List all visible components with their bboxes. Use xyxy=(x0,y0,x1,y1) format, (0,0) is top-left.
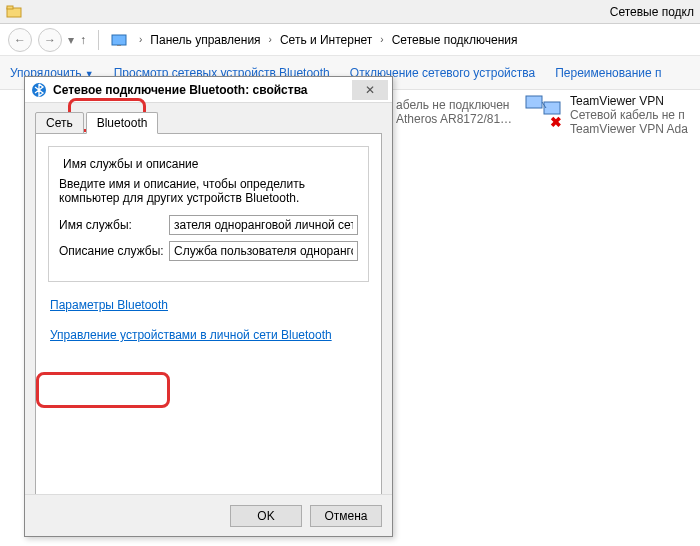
nav-back-button[interactable]: ← xyxy=(8,28,32,52)
svg-rect-2 xyxy=(112,35,126,45)
toolbar-rename[interactable]: Переименование п xyxy=(555,66,661,80)
chevron-right-icon: › xyxy=(380,34,383,45)
service-name-label: Имя службы: xyxy=(59,218,169,232)
dialog-caption: Сетевое подключение Bluetooth: свойства xyxy=(53,83,352,97)
group-header: Имя службы и описание xyxy=(59,157,202,171)
breadcrumb: › Панель управления › Сеть и Интернет › … xyxy=(139,31,521,49)
service-name-row: Имя службы: xyxy=(59,215,358,235)
svg-rect-4 xyxy=(526,96,542,108)
control-panel-icon xyxy=(111,32,127,48)
network-item-status: абель не подключен xyxy=(396,98,512,112)
svg-rect-5 xyxy=(544,102,560,114)
nav-row: ← → ▾ ↑ › Панель управления › Сеть и Инт… xyxy=(0,24,700,56)
chevron-right-icon: › xyxy=(139,34,142,45)
network-item-teamviewer[interactable]: ✖ TeamViewer VPN Сетевой кабель не п Tea… xyxy=(524,94,688,136)
link-bluetooth-params[interactable]: Параметры Bluetooth xyxy=(50,298,168,312)
chevron-right-icon: › xyxy=(269,34,272,45)
service-desc-input[interactable] xyxy=(169,241,358,261)
tab-strip: Сеть Bluetooth xyxy=(35,111,382,133)
ok-button[interactable]: OK xyxy=(230,505,302,527)
disconnected-x-icon: ✖ xyxy=(550,114,562,130)
dialog-titlebar: Сетевое подключение Bluetooth: свойства … xyxy=(25,77,392,103)
network-item-adapter: TeamViewer VPN Ada xyxy=(570,122,688,136)
dialog-body: Сеть Bluetooth Имя службы и описание Вве… xyxy=(25,103,392,494)
tab-network[interactable]: Сеть xyxy=(35,112,84,134)
service-group: Имя службы и описание Введите имя и опис… xyxy=(48,146,369,282)
window-titlebar: Сетевые подкл xyxy=(0,0,700,24)
svg-rect-1 xyxy=(7,6,13,9)
properties-dialog: Сетевое подключение Bluetooth: свойства … xyxy=(24,76,393,537)
group-description: Введите имя и описание, чтобы определить… xyxy=(59,177,358,205)
service-desc-label: Описание службы: xyxy=(59,244,169,258)
nav-separator xyxy=(98,30,99,50)
window-title-text: Сетевые подкл xyxy=(610,5,694,19)
svg-rect-3 xyxy=(117,45,121,46)
nav-dropdown-button[interactable]: ▾ xyxy=(68,33,74,47)
cancel-button[interactable]: Отмена xyxy=(310,505,382,527)
dialog-button-row: OK Отмена xyxy=(25,494,392,536)
breadcrumb-leaf[interactable]: Сетевые подключения xyxy=(388,31,522,49)
close-icon: ✕ xyxy=(365,83,375,97)
link-manage-devices[interactable]: Управление устройствами в личной сети Bl… xyxy=(50,328,332,342)
network-item-title: TeamViewer VPN xyxy=(570,94,688,108)
network-item-status: Сетевой кабель не п xyxy=(570,108,688,122)
breadcrumb-root[interactable]: Панель управления xyxy=(146,31,264,49)
breadcrumb-mid[interactable]: Сеть и Интернет xyxy=(276,31,376,49)
nav-up-button[interactable]: ↑ xyxy=(80,33,86,47)
service-name-input[interactable] xyxy=(169,215,358,235)
bluetooth-icon xyxy=(31,82,47,98)
service-desc-row: Описание службы: xyxy=(59,241,358,261)
dialog-close-button[interactable]: ✕ xyxy=(352,80,388,100)
network-adapter-icon: ✖ xyxy=(524,94,564,130)
tab-bluetooth[interactable]: Bluetooth xyxy=(86,112,159,134)
tab-pane-bluetooth: Имя службы и описание Введите имя и опис… xyxy=(35,133,382,511)
network-item-adapter: Atheros AR8172/81… xyxy=(396,112,512,126)
nav-forward-button[interactable]: → xyxy=(38,28,62,52)
network-item-ethernet[interactable]: абель не подключен Atheros AR8172/81… xyxy=(396,98,512,126)
network-folder-icon xyxy=(6,4,22,20)
